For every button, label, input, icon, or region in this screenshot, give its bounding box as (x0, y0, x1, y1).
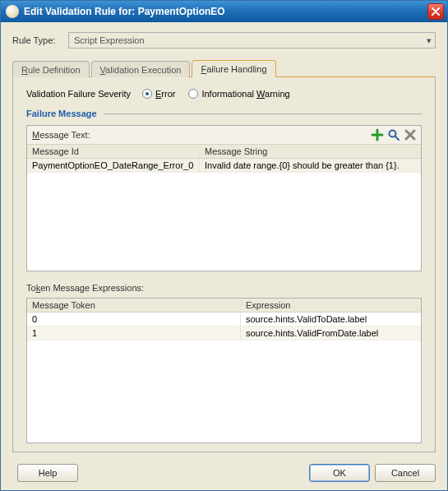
severity-label: Validation Failure Severity (26, 89, 131, 99)
message-table-header: Message Id Message String (27, 145, 421, 159)
cell-token: 0 (27, 313, 241, 326)
tabs: Rule Definition Validation Execution Fai… (12, 60, 436, 76)
message-table: Message Text: Message Id Message String … (26, 125, 422, 271)
col-expression[interactable]: Expression (241, 299, 421, 312)
rule-type-row: Rule Type: Script Expression ▾ (12, 32, 436, 49)
title-bar: Edit Validation Rule for: PaymentOptionE… (1, 1, 447, 22)
cell-message-id: PaymentOptionEO_DateRange_Error_0 (27, 159, 200, 172)
close-button[interactable] (427, 3, 444, 20)
cancel-button[interactable]: Cancel (375, 464, 436, 482)
radio-error[interactable]: Error (142, 89, 175, 99)
message-table-body: PaymentOptionEO_DateRange_Error_0 Invali… (27, 159, 421, 271)
token-table-header: Message Token Expression (27, 299, 421, 313)
tab-body: Validation Failure Severity Error Inform… (12, 76, 436, 452)
help-button[interactable]: Help (17, 464, 78, 482)
table-row[interactable]: PaymentOptionEO_DateRange_Error_0 Invali… (27, 159, 421, 173)
radio-dot-icon (142, 89, 152, 99)
delete-icon (404, 128, 417, 141)
message-text-label: Message Text: (32, 130, 368, 140)
close-icon (432, 7, 440, 16)
app-icon (6, 5, 19, 18)
rule-type-select[interactable]: Script Expression ▾ (68, 32, 436, 49)
add-icon (371, 128, 384, 141)
cell-token: 1 (27, 327, 241, 340)
button-bar: Help OK Cancel (12, 459, 436, 482)
chevron-down-icon: ▾ (427, 35, 432, 46)
message-toolbar: Message Text: (27, 126, 421, 145)
rule-type-label: Rule Type: (12, 35, 68, 45)
table-row[interactable]: 0 source.hints.ValidToDate.label (27, 313, 421, 327)
tab-failure-handling[interactable]: Failure Handling (192, 60, 275, 77)
radio-dot-icon (188, 89, 198, 99)
radio-warning[interactable]: Informational Warning (188, 89, 289, 99)
cell-expr: source.hints.ValidFromDate.label (241, 327, 421, 340)
add-message-button[interactable] (370, 127, 385, 142)
token-table: Message Token Expression 0 source.hints.… (26, 298, 422, 444)
token-expressions-label: Token Message Expressions: (26, 283, 422, 293)
search-message-button[interactable] (386, 127, 401, 142)
window-title: Edit Validation Rule for: PaymentOptionE… (24, 6, 427, 17)
col-message-id[interactable]: Message Id (27, 145, 200, 158)
severity-row: Validation Failure Severity Error Inform… (26, 89, 422, 99)
col-message-token[interactable]: Message Token (27, 299, 241, 312)
cell-expr: source.hints.ValidToDate.label (241, 313, 421, 326)
tab-validation-execution[interactable]: Validation Execution (91, 61, 191, 77)
rule-type-value: Script Expression (74, 35, 145, 45)
tab-rule-definition[interactable]: Rule Definition (12, 61, 90, 77)
token-table-body: 0 source.hints.ValidToDate.label 1 sourc… (27, 313, 421, 443)
col-message-string[interactable]: Message String (200, 145, 421, 158)
dialog-content: Rule Type: Script Expression ▾ Rule Defi… (1, 22, 447, 490)
failure-message-group: Failure Message (26, 109, 422, 118)
delete-message-button[interactable] (403, 127, 418, 142)
cell-message-string: Invalid date range.{0} should be greater… (200, 159, 421, 172)
ok-button[interactable]: OK (309, 464, 370, 482)
search-icon (387, 128, 400, 141)
table-row[interactable]: 1 source.hints.ValidFromDate.label (27, 327, 421, 340)
